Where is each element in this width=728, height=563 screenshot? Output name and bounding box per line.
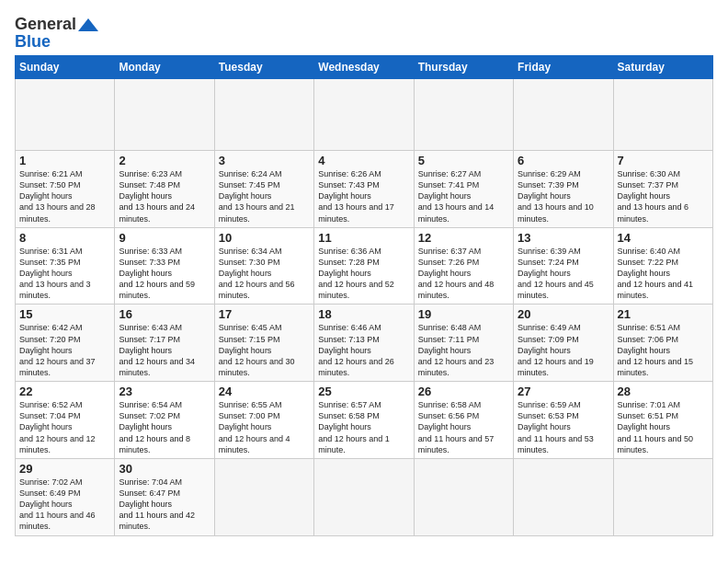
- header-friday: Friday: [514, 56, 613, 79]
- day-number: 12: [418, 231, 509, 245]
- day-number: 22: [19, 385, 110, 398]
- day-number: 1: [19, 154, 110, 167]
- calendar-cell: 19Sunrise: 6:48 AMSunset: 7:11 PMDayligh…: [414, 304, 513, 382]
- calendar-cell: 17Sunrise: 6:45 AMSunset: 7:15 PMDayligh…: [214, 304, 313, 382]
- day-info: Sunrise: 6:27 AMSunset: 7:41 PMDaylight …: [418, 168, 509, 224]
- calendar-cell: 20Sunrise: 6:49 AMSunset: 7:09 PMDayligh…: [514, 304, 613, 382]
- day-info: Sunrise: 6:39 AMSunset: 7:24 PMDaylight …: [518, 246, 609, 302]
- calendar-cell: 27Sunrise: 6:59 AMSunset: 6:53 PMDayligh…: [514, 382, 613, 459]
- day-info: Sunrise: 6:37 AMSunset: 7:26 PMDaylight …: [418, 246, 509, 302]
- calendar-cell: 15Sunrise: 6:42 AMSunset: 7:20 PMDayligh…: [16, 304, 115, 382]
- day-number: 18: [318, 307, 409, 321]
- day-info: Sunrise: 7:02 AMSunset: 6:49 PMDaylight …: [19, 477, 110, 533]
- calendar-cell: 28Sunrise: 7:01 AMSunset: 6:51 PMDayligh…: [613, 382, 712, 459]
- calendar-cell: 23Sunrise: 6:54 AMSunset: 7:02 PMDayligh…: [115, 382, 214, 459]
- day-info: Sunrise: 6:21 AMSunset: 7:50 PMDaylight …: [19, 168, 110, 224]
- calendar-cell: 8Sunrise: 6:31 AMSunset: 7:35 PMDaylight…: [16, 227, 115, 304]
- day-info: Sunrise: 6:24 AMSunset: 7:45 PMDaylight …: [219, 168, 310, 224]
- day-info: Sunrise: 7:01 AMSunset: 6:51 PMDaylight …: [618, 399, 709, 455]
- logo-icon: [78, 17, 98, 33]
- calendar-cell: 22Sunrise: 6:52 AMSunset: 7:04 PMDayligh…: [16, 382, 115, 459]
- day-info: Sunrise: 6:33 AMSunset: 7:33 PMDaylight …: [119, 246, 210, 302]
- calendar-cell: [514, 458, 613, 535]
- day-number: 15: [19, 307, 110, 321]
- calendar-cell: 11Sunrise: 6:36 AMSunset: 7:28 PMDayligh…: [314, 227, 414, 304]
- calendar-cell: 5Sunrise: 6:27 AMSunset: 7:41 PMDaylight…: [414, 151, 513, 228]
- day-info: Sunrise: 6:30 AMSunset: 7:37 PMDaylight …: [618, 168, 709, 224]
- day-number: 28: [618, 385, 709, 398]
- day-info: Sunrise: 6:49 AMSunset: 7:09 PMDaylight …: [518, 322, 609, 378]
- day-number: 8: [19, 231, 110, 245]
- day-info: Sunrise: 6:42 AMSunset: 7:20 PMDaylight …: [19, 322, 110, 378]
- calendar-week-0: [16, 79, 713, 151]
- header-saturday: Saturday: [613, 56, 712, 79]
- day-number: 3: [219, 154, 310, 167]
- calendar-cell: 14Sunrise: 6:40 AMSunset: 7:22 PMDayligh…: [613, 227, 712, 304]
- calendar-table: Sunday Monday Tuesday Wednesday Thursday…: [15, 55, 713, 536]
- calendar-cell: 25Sunrise: 6:57 AMSunset: 6:58 PMDayligh…: [314, 382, 414, 459]
- day-info: Sunrise: 6:51 AMSunset: 7:06 PMDaylight …: [618, 322, 709, 378]
- calendar-week-5: 29Sunrise: 7:02 AMSunset: 6:49 PMDayligh…: [16, 458, 713, 535]
- day-number: 26: [418, 385, 509, 398]
- logo-blue-text: Blue: [15, 32, 51, 52]
- calendar-cell: 16Sunrise: 6:43 AMSunset: 7:17 PMDayligh…: [115, 304, 214, 382]
- day-number: 21: [618, 307, 709, 321]
- day-number: 4: [318, 154, 409, 167]
- calendar-cell: 2Sunrise: 6:23 AMSunset: 7:48 PMDaylight…: [115, 151, 214, 228]
- calendar-cell: 18Sunrise: 6:46 AMSunset: 7:13 PMDayligh…: [314, 304, 414, 382]
- calendar-cell: [414, 79, 513, 151]
- day-info: Sunrise: 6:46 AMSunset: 7:13 PMDaylight …: [318, 322, 409, 378]
- day-number: 13: [518, 231, 609, 245]
- calendar-cell: 3Sunrise: 6:24 AMSunset: 7:45 PMDaylight…: [214, 151, 313, 228]
- day-number: 19: [418, 307, 509, 321]
- day-info: Sunrise: 6:34 AMSunset: 7:30 PMDaylight …: [219, 246, 310, 302]
- calendar-cell: [214, 458, 313, 535]
- day-number: 11: [318, 231, 409, 245]
- day-number: 10: [219, 231, 310, 245]
- calendar-cell: 13Sunrise: 6:39 AMSunset: 7:24 PMDayligh…: [514, 227, 613, 304]
- calendar-cell: 24Sunrise: 6:55 AMSunset: 7:00 PMDayligh…: [214, 382, 313, 459]
- day-info: Sunrise: 6:31 AMSunset: 7:35 PMDaylight …: [19, 246, 110, 302]
- day-number: 23: [119, 385, 210, 398]
- day-number: 7: [618, 154, 709, 167]
- logo-general-text: General: [15, 15, 76, 34]
- day-number: 14: [618, 231, 709, 245]
- header-sunday: Sunday: [16, 56, 115, 79]
- calendar-week-1: 1Sunrise: 6:21 AMSunset: 7:50 PMDaylight…: [16, 151, 713, 228]
- day-info: Sunrise: 6:58 AMSunset: 6:56 PMDaylight …: [418, 399, 509, 455]
- day-info: Sunrise: 6:23 AMSunset: 7:48 PMDaylight …: [119, 168, 210, 224]
- calendar-cell: 21Sunrise: 6:51 AMSunset: 7:06 PMDayligh…: [613, 304, 712, 382]
- day-number: 16: [119, 307, 210, 321]
- day-number: 2: [119, 154, 210, 167]
- calendar-cell: [16, 79, 115, 151]
- calendar-cell: 4Sunrise: 6:26 AMSunset: 7:43 PMDaylight…: [314, 151, 414, 228]
- day-number: 9: [119, 231, 210, 245]
- calendar-header-row: Sunday Monday Tuesday Wednesday Thursday…: [16, 56, 713, 79]
- day-info: Sunrise: 6:36 AMSunset: 7:28 PMDaylight …: [318, 246, 409, 302]
- calendar-cell: [314, 458, 414, 535]
- day-number: 24: [219, 385, 310, 398]
- calendar-week-3: 15Sunrise: 6:42 AMSunset: 7:20 PMDayligh…: [16, 304, 713, 382]
- header-thursday: Thursday: [414, 56, 513, 79]
- day-number: 17: [219, 307, 310, 321]
- header-wednesday: Wednesday: [314, 56, 414, 79]
- header-tuesday: Tuesday: [214, 56, 313, 79]
- day-number: 27: [518, 385, 609, 398]
- day-info: Sunrise: 6:57 AMSunset: 6:58 PMDaylight …: [318, 399, 409, 455]
- calendar-cell: [115, 79, 214, 151]
- calendar-cell: 6Sunrise: 6:29 AMSunset: 7:39 PMDaylight…: [514, 151, 613, 228]
- day-info: Sunrise: 6:55 AMSunset: 7:00 PMDaylight …: [219, 399, 310, 455]
- calendar-cell: 1Sunrise: 6:21 AMSunset: 7:50 PMDaylight…: [16, 151, 115, 228]
- calendar-cell: [514, 79, 613, 151]
- calendar-cell: 30Sunrise: 7:04 AMSunset: 6:47 PMDayligh…: [115, 458, 214, 535]
- calendar-cell: [613, 458, 712, 535]
- day-number: 6: [518, 154, 609, 167]
- day-info: Sunrise: 6:59 AMSunset: 6:53 PMDaylight …: [518, 399, 609, 455]
- day-info: Sunrise: 6:26 AMSunset: 7:43 PMDaylight …: [318, 168, 409, 224]
- day-info: Sunrise: 6:43 AMSunset: 7:17 PMDaylight …: [119, 322, 210, 378]
- day-info: Sunrise: 6:29 AMSunset: 7:39 PMDaylight …: [518, 168, 609, 224]
- calendar-week-2: 8Sunrise: 6:31 AMSunset: 7:35 PMDaylight…: [16, 227, 713, 304]
- calendar-cell: 26Sunrise: 6:58 AMSunset: 6:56 PMDayligh…: [414, 382, 513, 459]
- day-info: Sunrise: 6:48 AMSunset: 7:11 PMDaylight …: [418, 322, 509, 378]
- day-info: Sunrise: 7:04 AMSunset: 6:47 PMDaylight …: [119, 477, 210, 533]
